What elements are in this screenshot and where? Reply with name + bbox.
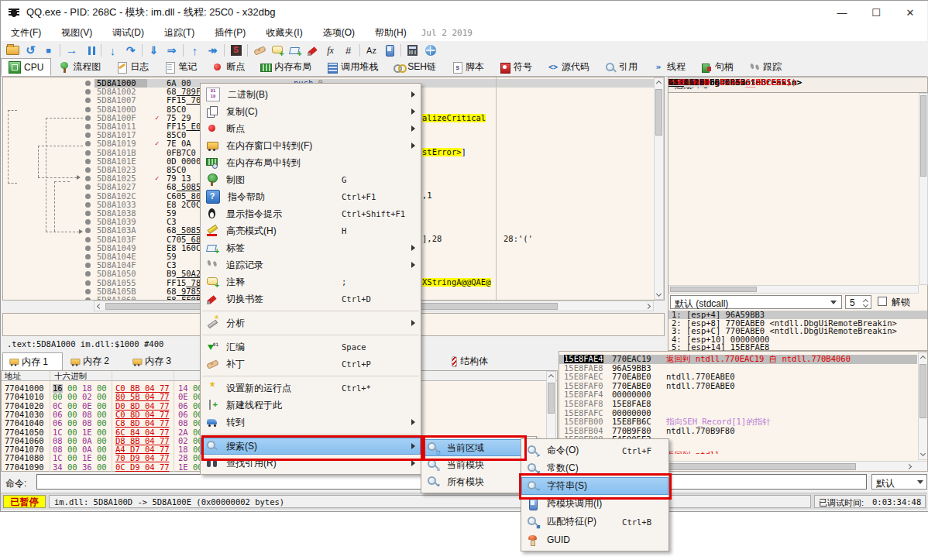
run-to-user-code-icon[interactable]: ↠: [204, 43, 222, 58]
dump-byte[interactable]: 28: [178, 454, 188, 462]
breakpoint-dot[interactable]: [85, 124, 91, 129]
menu-item-当前模块[interactable]: ☒当前模块: [421, 456, 536, 473]
dump-byte[interactable]: 00: [97, 454, 107, 462]
stack-address[interactable]: 15E8FB04: [564, 427, 603, 435]
menu-item-命令(O)[interactable]: >命令(O)Ctrl+F: [521, 441, 669, 459]
menu-item-在内存布局中转到[interactable]: 在内存布局中转到: [201, 154, 421, 171]
dump-address[interactable]: 77041090: [5, 463, 44, 472]
globe-icon[interactable]: [421, 43, 439, 58]
fx-icon[interactable]: fx: [321, 43, 339, 58]
registers-vscrollbar[interactable]: [919, 93, 928, 285]
menu-item-设置新的运行点[interactable]: 设置新的运行点Ctrl+*: [201, 380, 421, 397]
breakpoint-dot[interactable]: [85, 228, 91, 233]
breakpoint-dot[interactable]: [85, 211, 91, 216]
breakpoint-dot[interactable]: [85, 246, 91, 251]
stack-address[interactable]: 15E8FAE8: [564, 364, 603, 373]
disasm-address[interactable]: 5D8A1050: [97, 270, 136, 278]
stack-value[interactable]: 770B9F80: [612, 427, 651, 435]
calling-convention-dropdown[interactable]: 默认 (stdcall): [670, 295, 842, 309]
breakpoint-dot[interactable]: [85, 167, 91, 173]
scroll-thumb[interactable]: [919, 364, 926, 418]
menubar-item[interactable]: 文件(F): [1, 24, 51, 41]
dump-byte[interactable]: 00: [97, 393, 107, 401]
scroll-right-icon[interactable]: [906, 464, 912, 469]
dump-tab-内存 1[interactable]: 内存 1: [2, 352, 63, 370]
breakpoint-dot[interactable]: [85, 289, 91, 294]
menubar-item[interactable]: 视图(V): [51, 24, 102, 41]
dump-pointer-bytes[interactable]: 70 D9 04 77: [115, 454, 170, 462]
dump-address[interactable]: 77041080: [5, 454, 44, 462]
breakpoint-dot[interactable]: [85, 194, 91, 199]
menu-item-跨模块调用(I)[interactable]: 跨模块调用(I): [521, 495, 669, 513]
tab-笔记[interactable]: 笔记: [156, 58, 205, 76]
tab-断点[interactable]: 断点: [205, 58, 253, 76]
dump-pointer-bytes[interactable]: 80 5B 04 77: [115, 393, 170, 401]
dump-byte[interactable]: 34: [53, 463, 63, 472]
step-into-icon[interactable]: ↓: [104, 43, 122, 58]
disasm-address[interactable]: 5D8A103A: [97, 226, 136, 235]
tab-句柄[interactable]: 句柄: [693, 58, 741, 76]
dump-byte[interactable]: 00: [67, 463, 77, 472]
tab-引用[interactable]: 引用: [597, 58, 645, 76]
menu-item-转到[interactable]: 转到: [201, 414, 421, 431]
scroll-thumb[interactable]: [655, 89, 662, 136]
tab-跟踪[interactable]: 跟踪: [741, 58, 789, 76]
breakpoint-dot[interactable]: [85, 184, 91, 190]
minimize-button[interactable]: —: [825, 2, 859, 24]
stop-icon[interactable]: ■: [40, 43, 57, 58]
dump-byte[interactable]: 00: [53, 393, 63, 401]
arg-count-spinner[interactable]: 5: [845, 295, 871, 309]
tab-脚本[interactable]: 脚本: [444, 58, 492, 76]
tab-SEH链[interactable]: SEH链: [386, 58, 444, 76]
menu-item-常数(C)[interactable]: #常数(C): [521, 459, 669, 477]
menubar-item[interactable]: 收藏夹(I): [256, 24, 312, 41]
scroll-up-icon[interactable]: [920, 356, 926, 361]
stack-address[interactable]: 15E8FB00: [564, 417, 603, 426]
dump-pointer-bytes[interactable]: 0C D9 04 77: [115, 463, 170, 472]
breakpoint-dot[interactable]: [85, 81, 91, 86]
dump-byte[interactable]: 02: [82, 393, 92, 401]
az-icon[interactable]: Az: [363, 43, 380, 58]
scroll-down-icon[interactable]: [656, 291, 662, 297]
breakpoint-dot[interactable]: [85, 219, 91, 225]
disassembly-vscrollbar[interactable]: [654, 77, 664, 300]
dump-byte[interactable]: 36: [82, 463, 92, 472]
scroll-left-icon[interactable]: [97, 304, 102, 309]
breakpoint-dot[interactable]: [85, 297, 91, 301]
spinner-down-icon[interactable]: [863, 302, 868, 307]
disasm-address[interactable]: 5D8A1007: [97, 96, 136, 105]
dump-address[interactable]: 77041010: [5, 393, 44, 401]
menu-item-在内存窗口中转到(F)[interactable]: 在内存窗口中转到(F): [201, 137, 421, 154]
dump-tab-struct[interactable]: 结构体: [447, 352, 504, 370]
breakpoint-dot[interactable]: [85, 263, 91, 268]
menu-item-汇编[interactable]: 汇编Space: [201, 338, 421, 356]
menu-item-字符串(S)[interactable]: "字符串(S): [521, 477, 669, 495]
tab-流程图[interactable]: 流程图: [51, 58, 108, 76]
step-over-icon[interactable]: ↷: [122, 43, 139, 58]
remote-icon[interactable]: [380, 43, 398, 58]
dump-byte[interactable]: 08: [82, 419, 92, 428]
bookmark-icon[interactable]: [304, 43, 321, 58]
stack-address[interactable]: 15E8FAF4: [564, 390, 603, 399]
scroll-up-icon[interactable]: [548, 374, 554, 380]
scroll-right-icon[interactable]: [645, 304, 651, 309]
menu-item-GUID[interactable]: GUID: [521, 531, 669, 548]
stack-value[interactable]: 96A59BB3: [612, 364, 651, 373]
tab-源代码[interactable]: <>源代码: [540, 58, 597, 76]
stack-value[interactable]: 770EAC19: [612, 355, 651, 363]
registers-panel[interactable]: 隐藏FPUEAX007C6000EBX00000000ECX770EABE0<n…: [668, 77, 928, 351]
dump-byte[interactable]: 00: [67, 419, 77, 428]
dump-byte[interactable]: 00: [97, 463, 107, 472]
stack-value[interactable]: 15E8FAE8: [612, 400, 651, 408]
breakpoint-dot[interactable]: [85, 107, 91, 112]
menu-item-指令帮助[interactable]: 指令帮助Ctrl+F1: [201, 188, 421, 205]
stack-value[interactable]: 15E8FB6C: [612, 417, 651, 426]
dump-byte[interactable]: 1E: [178, 463, 188, 472]
breakpoint-dot[interactable]: [85, 98, 91, 103]
menubar-item[interactable]: 帮助(H): [365, 24, 417, 41]
breakpoint-dot[interactable]: [85, 271, 91, 277]
dump-tab-内存 2[interactable]: 内存 2: [64, 352, 125, 370]
stack-address[interactable]: 15E8FAF0: [564, 382, 603, 390]
dump-address[interactable]: 77041040: [5, 419, 44, 428]
menubar-item[interactable]: 选项(O): [313, 24, 365, 41]
